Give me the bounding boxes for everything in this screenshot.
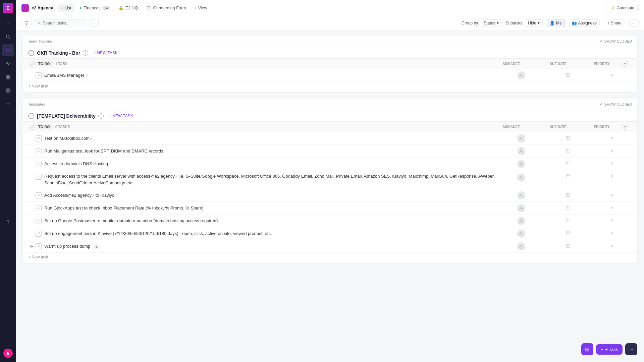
assignee-avatar[interactable] bbox=[517, 160, 525, 168]
filter-button[interactable] bbox=[21, 20, 32, 26]
assignees-button[interactable]: 👥 Assignees bbox=[569, 19, 600, 27]
assignee-avatar[interactable] bbox=[517, 217, 525, 225]
more-options-button[interactable]: ··· bbox=[89, 19, 99, 27]
task-priority-postmaster[interactable]: ⚑ bbox=[592, 218, 632, 224]
group-by-status-button[interactable]: Status ▾ bbox=[481, 19, 501, 27]
task-check-engagement[interactable]: ✓ bbox=[36, 231, 42, 237]
person-icon: 👤 bbox=[550, 21, 555, 25]
assignee-avatar[interactable] bbox=[517, 174, 525, 182]
task-assignee-engagement[interactable] bbox=[498, 230, 545, 238]
tab-onboarding[interactable]: 📋 Onboarding Form bbox=[143, 4, 189, 12]
deliverability-group-collapse[interactable]: ○ bbox=[29, 124, 35, 130]
task-assignee-add-access[interactable] bbox=[498, 191, 545, 199]
sidebar-item-home[interactable]: ⌂ bbox=[2, 17, 14, 29]
task-check-mailgenius[interactable]: ✓ bbox=[36, 148, 42, 154]
tab-list[interactable]: ≡ List bbox=[57, 4, 75, 12]
okr-info-icon[interactable]: i bbox=[83, 50, 88, 56]
deliverability-collapse-button[interactable]: ○ bbox=[28, 113, 34, 119]
sidebar-item-more[interactable]: ··· bbox=[2, 230, 14, 242]
task-assignee-glockapps[interactable] bbox=[498, 204, 545, 212]
assignee-avatar[interactable] bbox=[517, 204, 525, 212]
deliverability-add-task-row[interactable]: + New task bbox=[23, 253, 637, 263]
task-assignee-email-sms[interactable] bbox=[498, 71, 545, 79]
task-duedate-request-access[interactable] bbox=[545, 174, 592, 179]
assignee-avatar[interactable] bbox=[517, 230, 525, 238]
task-check-request-access[interactable]: ✓ bbox=[36, 174, 42, 180]
assignee-avatar[interactable] bbox=[517, 134, 525, 142]
task-priority-add-access[interactable]: ⚑ bbox=[592, 193, 632, 198]
tab-finances[interactable]: ● Finances 24 bbox=[76, 4, 114, 12]
sidebar-item-search[interactable] bbox=[2, 31, 14, 43]
task-assignee-mxtoolbox[interactable] bbox=[498, 134, 545, 142]
sidebar-item-goals[interactable] bbox=[2, 84, 14, 97]
task-check-dns[interactable]: ✓ bbox=[36, 161, 42, 167]
sidebar-item-spaces[interactable] bbox=[2, 98, 14, 110]
task-assignee-mailgenius[interactable] bbox=[498, 147, 545, 155]
tab-e2hq[interactable]: 🔒 E2 HQ bbox=[115, 4, 142, 12]
sidebar-item-pulse[interactable] bbox=[2, 58, 14, 70]
tab-add-view[interactable]: + View bbox=[191, 4, 210, 12]
task-check-mxtoolbox[interactable]: ✓ bbox=[36, 135, 42, 141]
me-filter-button[interactable]: 👤 Me bbox=[547, 19, 565, 27]
deliverability-add-col-button[interactable]: + bbox=[622, 124, 628, 130]
okr-new-task-button[interactable]: + NEW TASK bbox=[91, 50, 120, 56]
task-duedate-email-sms[interactable] bbox=[545, 72, 592, 78]
task-assignee-postmaster[interactable] bbox=[498, 217, 545, 225]
task-duedate-engagement[interactable] bbox=[545, 231, 592, 236]
sidebar-item-inbox[interactable] bbox=[2, 44, 14, 56]
more-toolbar-button[interactable]: ··· bbox=[629, 19, 639, 27]
task-assignee-request-access[interactable] bbox=[498, 174, 545, 182]
automate-button[interactable]: ⚡ Automate bbox=[606, 4, 639, 12]
sidebar: E ⌂ ? ··· E bbox=[0, 0, 16, 362]
sidebar-item-dashboard[interactable] bbox=[2, 71, 14, 83]
task-duedate-mxtoolbox[interactable] bbox=[545, 135, 592, 141]
assignee-avatar[interactable] bbox=[517, 242, 525, 250]
okr-add-task-row[interactable]: + New task bbox=[23, 82, 637, 92]
task-check-glockapps[interactable]: ✓ bbox=[36, 205, 42, 211]
assignee-avatar[interactable] bbox=[517, 191, 525, 199]
task-priority-request-access[interactable]: ⚑ bbox=[592, 174, 632, 179]
finances-icon: ● bbox=[79, 6, 82, 10]
subtasks-hide-button[interactable]: Hide ▾ bbox=[525, 19, 543, 27]
search-input[interactable] bbox=[43, 21, 84, 25]
search-box[interactable] bbox=[34, 19, 87, 27]
task-priority-mailgenius[interactable]: ⚑ bbox=[592, 148, 632, 154]
fab-grid-button[interactable]: ⊞ bbox=[581, 343, 593, 355]
task-name-add-access: Add Access@e2.agency↗ to Klaviyo bbox=[44, 193, 498, 198]
deliverability-new-task-button[interactable]: + NEW TASK bbox=[106, 113, 136, 119]
task-priority-mxtoolbox[interactable]: ⚑ bbox=[592, 136, 632, 141]
assignee-avatar[interactable] bbox=[517, 71, 525, 79]
automate-label: Automate bbox=[617, 6, 634, 10]
task-assignee-dns[interactable] bbox=[498, 160, 545, 168]
task-duedate-mailgenius[interactable] bbox=[545, 148, 592, 154]
show-closed-btn-deliverability[interactable]: ✓ SHOW CLOSED bbox=[600, 102, 632, 106]
task-duedate-postmaster[interactable] bbox=[545, 218, 592, 224]
task-priority-glockapps[interactable]: ⚑ bbox=[592, 205, 632, 211]
okr-collapse-button[interactable]: ○ bbox=[28, 50, 34, 56]
okr-group-collapse[interactable]: ○ bbox=[29, 61, 35, 67]
share-button[interactable]: ↑ Share bbox=[604, 19, 625, 27]
task-check-postmaster[interactable]: ✓ bbox=[36, 218, 42, 224]
task-check-add-access[interactable]: ✓ bbox=[36, 192, 42, 198]
task-priority-engagement[interactable]: ⚑ bbox=[592, 231, 632, 236]
task-assignee-warmup[interactable] bbox=[498, 242, 545, 250]
task-duedate-add-access[interactable] bbox=[545, 192, 592, 198]
show-closed-btn-okr[interactable]: ✓ SHOW CLOSED bbox=[600, 39, 632, 43]
task-duedate-glockapps[interactable] bbox=[545, 205, 592, 211]
task-duedate-warmup[interactable] bbox=[545, 243, 592, 249]
task-priority-warmup[interactable]: ⚑ bbox=[592, 244, 632, 249]
okr-add-col-button[interactable]: + bbox=[622, 61, 628, 67]
sidebar-avatar[interactable]: E bbox=[3, 349, 13, 358]
fab-more-button[interactable]: ··· bbox=[625, 343, 637, 355]
sidebar-item-question[interactable]: ? bbox=[2, 217, 14, 229]
fab-task-button[interactable]: + + Task bbox=[596, 344, 623, 355]
deliverability-info-icon[interactable]: i bbox=[98, 113, 104, 119]
task-duedate-dns[interactable] bbox=[545, 161, 592, 167]
sidebar-logo[interactable]: E bbox=[3, 3, 13, 13]
expand-subtask-icon[interactable]: ▶ bbox=[31, 244, 33, 248]
assignee-avatar[interactable] bbox=[517, 147, 525, 155]
task-check-email-sms[interactable]: ✓ bbox=[36, 72, 42, 78]
task-priority-dns[interactable]: ⚑ bbox=[592, 161, 632, 167]
task-check-warmup[interactable]: ✓ bbox=[36, 243, 42, 249]
task-priority-email-sms[interactable]: ⚑ bbox=[592, 73, 632, 78]
